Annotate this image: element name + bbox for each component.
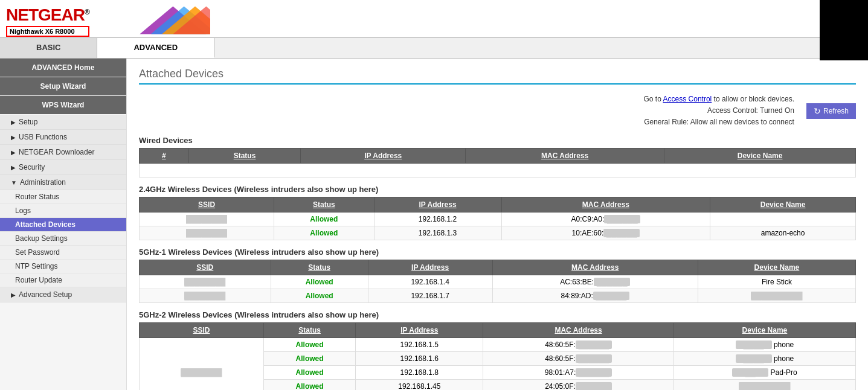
name-cell: ██████████ bbox=[698, 289, 855, 302]
chevron-right-icon: ▶ bbox=[11, 134, 16, 141]
table-row: ████████ Allowed 192.168.1.2 A0:C9:A0:██… bbox=[140, 212, 856, 226]
status-cell: Allowed bbox=[271, 275, 368, 289]
sidebar-label-security: Security bbox=[19, 163, 45, 171]
sidebar-btn-advanced-home[interactable]: ADVANCED Home bbox=[0, 59, 126, 77]
sidebar-sub-set-password[interactable]: Set Password bbox=[0, 246, 126, 260]
logo-reg: ® bbox=[85, 8, 89, 16]
sidebar: ADVANCED Home Setup Wizard WPS Wizard ▶ … bbox=[0, 59, 127, 390]
black-box bbox=[820, 0, 868, 60]
wifi-5g2-table: SSID Status IP Address MAC Address Devic… bbox=[139, 322, 856, 390]
ssid-cell: ████████ bbox=[140, 212, 274, 226]
name-cell bbox=[710, 212, 856, 226]
mac-cell: 10:AE:60:██████ bbox=[501, 226, 710, 240]
chevron-right-icon: ▶ bbox=[11, 119, 16, 126]
sidebar-btn-setup-wizard[interactable]: Setup Wizard bbox=[0, 77, 126, 95]
model-name: Nighthawk X6 R8000 bbox=[6, 26, 89, 37]
chevron-right-icon: ▶ bbox=[11, 164, 16, 171]
logo-area: NETGEAR® Nighthawk X6 R8000 bbox=[6, 5, 89, 37]
name-cell: amazon-echo bbox=[710, 226, 856, 240]
sidebar-label-setup: Setup bbox=[19, 118, 37, 126]
page-title: Attached Devices bbox=[139, 68, 856, 85]
sidebar-item-administration[interactable]: ▼ Administration bbox=[0, 175, 126, 190]
mac-cell: 84:89:AD:██████ bbox=[492, 289, 698, 302]
access-control-line0: Go to Access Control to allow or block d… bbox=[644, 94, 794, 105]
sidebar-label-advanced-setup: Advanced Setup bbox=[19, 290, 72, 299]
wifi5g1-col-status: Status bbox=[271, 260, 368, 275]
access-control-line2: General Rule: Allow all new devices to c… bbox=[644, 117, 794, 128]
status-cell: Allowed bbox=[274, 212, 374, 226]
header: NETGEAR® Nighthawk X6 R8000 bbox=[0, 0, 868, 38]
sidebar-sub-attached-devices[interactable]: Attached Devices bbox=[0, 218, 126, 232]
sidebar-btn-wps-wizard[interactable]: WPS Wizard bbox=[0, 96, 126, 114]
table-row: ████████ Allowed 192.168.1.3 10:AE:60:██… bbox=[140, 226, 856, 240]
mac-cell: 98:01:A7:██████ bbox=[483, 365, 674, 379]
wifi-24-title: 2.4GHz Wireless Devices (Wireless intrud… bbox=[139, 185, 856, 194]
layout: ADVANCED Home Setup Wizard WPS Wizard ▶ … bbox=[0, 59, 868, 390]
access-control-info: Go to Access Control to allow or block d… bbox=[644, 94, 794, 129]
wifi-5g1-table: SSID Status IP Address MAC Address Devic… bbox=[139, 260, 856, 303]
wifi-24-table: SSID Status IP Address MAC Address Devic… bbox=[139, 197, 856, 240]
name-cell: ██ Pad-Pro bbox=[674, 365, 855, 379]
ssid-cell: ████████ bbox=[140, 289, 271, 302]
sidebar-item-usb-functions[interactable]: ▶ USB Functions bbox=[0, 130, 126, 145]
sidebar-sub-router-status[interactable]: Router Status bbox=[0, 190, 126, 204]
wifi5g1-col-mac: MAC Address bbox=[492, 260, 698, 275]
status-cell: Allowed bbox=[263, 379, 356, 390]
wired-devices-title: Wired Devices bbox=[139, 136, 856, 145]
sidebar-label-usb: USB Functions bbox=[19, 133, 67, 141]
mac-cell: 24:05:0F:██████ bbox=[483, 379, 674, 390]
refresh-icon: ↻ bbox=[814, 106, 821, 116]
wired-empty bbox=[140, 163, 856, 177]
mac-cell: A0:C9:A0:██████ bbox=[501, 212, 710, 226]
name-cell: Fire Stick bbox=[698, 275, 855, 289]
refresh-button[interactable]: ↻ Refresh bbox=[806, 103, 856, 119]
ip-cell: 192.168.1.45 bbox=[356, 379, 483, 390]
sidebar-sub-logs[interactable]: Logs bbox=[0, 204, 126, 218]
sidebar-item-security[interactable]: ▶ Security bbox=[0, 160, 126, 175]
sidebar-sub-backup-settings[interactable]: Backup Settings bbox=[0, 232, 126, 246]
ip-cell: 192.168.1.4 bbox=[368, 275, 492, 289]
wifi5g2-col-mac: MAC Address bbox=[483, 322, 674, 337]
wired-col-name: Device Name bbox=[664, 148, 856, 163]
brand-logo-icon bbox=[114, 4, 210, 37]
wired-col-mac: MAC Address bbox=[466, 148, 664, 163]
wifi24-col-mac: MAC Address bbox=[501, 197, 710, 212]
status-cell: Allowed bbox=[271, 289, 368, 302]
ssid-cell: ████████ bbox=[140, 337, 264, 390]
table-row: ████████ Allowed 192.168.1.4 AC:63:BE:██… bbox=[140, 275, 856, 289]
wifi24-col-ip: IP Address bbox=[374, 197, 501, 212]
wifi5g1-col-ssid: SSID bbox=[140, 260, 271, 275]
sidebar-item-setup[interactable]: ▶ Setup bbox=[0, 115, 126, 130]
status-cell: Allowed bbox=[274, 226, 374, 240]
status-cell: Allowed bbox=[263, 365, 356, 379]
wifi5g2-col-name: Device Name bbox=[674, 322, 855, 337]
tab-basic[interactable]: BASIC bbox=[0, 38, 97, 58]
mac-cell: 48:60:5F:██████ bbox=[483, 351, 674, 365]
ip-cell: 192.168.1.7 bbox=[368, 289, 492, 302]
wifi5g2-col-ip: IP Address bbox=[356, 322, 483, 337]
access-control-bar: Go to Access Control to allow or block d… bbox=[139, 94, 856, 129]
wifi5g1-col-ip: IP Address bbox=[368, 260, 492, 275]
name-cell: ████ phone bbox=[674, 337, 855, 351]
tab-advanced[interactable]: ADVANCED bbox=[97, 38, 214, 58]
ip-cell: 192.168.1.3 bbox=[374, 226, 501, 240]
sidebar-item-advanced-setup[interactable]: ▶ Advanced Setup bbox=[0, 287, 126, 302]
sidebar-sub-ntp-settings[interactable]: NTP Settings bbox=[0, 260, 126, 273]
name-cell: ████ phone bbox=[674, 351, 855, 365]
ip-cell: 192.168.1.6 bbox=[356, 351, 483, 365]
access-control-link[interactable]: Access Control bbox=[663, 95, 712, 103]
wifi24-col-status: Status bbox=[274, 197, 374, 212]
wifi24-col-ssid: SSID bbox=[140, 197, 274, 212]
wifi5g2-col-status: Status bbox=[263, 322, 356, 337]
main-content: Attached Devices Go to Access Control to… bbox=[127, 59, 868, 390]
sidebar-item-netgear-downloader[interactable]: ▶ NETGEAR Downloader bbox=[0, 145, 126, 160]
status-cell: Allowed bbox=[263, 351, 356, 365]
access-control-line1: Access Control: Turned On bbox=[644, 105, 794, 117]
sidebar-sub-router-update[interactable]: Router Update bbox=[0, 273, 126, 287]
ip-cell: 192.168.1.2 bbox=[374, 212, 501, 226]
table-row bbox=[140, 163, 856, 177]
sidebar-label-administration: Administration bbox=[20, 178, 66, 187]
table-row: ████████ Allowed 192.168.1.5 48:60:5F:██… bbox=[140, 337, 856, 351]
wired-col-status: Status bbox=[188, 148, 300, 163]
wifi24-col-name: Device Name bbox=[710, 197, 856, 212]
